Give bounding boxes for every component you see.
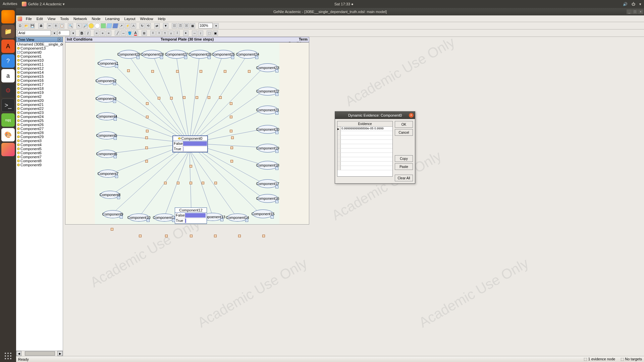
a3-icon[interactable]: ⫯ <box>162 31 168 36</box>
menu-learning[interactable]: Learning <box>103 17 122 21</box>
tree-root[interactable]: Unnamed (30BE__single_dependan <box>16 42 63 46</box>
clear-all-button[interactable]: Clear All <box>395 175 413 181</box>
tool-a-icon[interactable]: ☷ <box>172 23 177 28</box>
node-component10[interactable]: Component10✓ <box>128 214 149 222</box>
amazon-icon[interactable]: a <box>1 69 15 82</box>
node-component5[interactable]: Component5✓ <box>97 131 116 139</box>
menu-view[interactable]: View <box>45 17 58 21</box>
node-component4[interactable]: Component4✓ <box>97 112 116 120</box>
cancel-button[interactable]: Cancel <box>395 129 413 136</box>
font-dropdown-icon[interactable]: ▾ <box>52 31 57 36</box>
node-component9[interactable]: Component9✓ <box>103 210 122 218</box>
tree-item[interactable]: Component20 <box>16 99 63 103</box>
tree-item[interactable]: Component1 <box>16 54 63 58</box>
dropdown-icon[interactable]: ▾ <box>639 2 641 6</box>
tree-item[interactable]: Component10 <box>16 58 63 62</box>
power-icon[interactable]: ⏻ <box>632 2 635 6</box>
bring-front-icon[interactable]: ▣ <box>213 31 218 36</box>
menu-node[interactable]: Node <box>89 17 103 21</box>
a4-icon[interactable]: ⫰ <box>168 31 174 36</box>
det-node-icon[interactable] <box>95 23 100 28</box>
zoom-dropdown-icon[interactable]: ▾ <box>213 23 219 28</box>
node-component29[interactable]: Component29✓ <box>118 50 139 59</box>
tree-item[interactable]: Component0 <box>16 50 63 54</box>
copy-icon[interactable]: ⎘ <box>53 23 58 28</box>
gcolor-icon[interactable]: 🎨 <box>1 128 15 141</box>
find-icon[interactable]: 🔍 <box>68 23 73 28</box>
copy-button[interactable]: Copy <box>395 155 413 162</box>
tree-item[interactable]: Component17 <box>16 82 63 86</box>
tree-item[interactable]: Component2 <box>16 95 63 99</box>
a5-icon[interactable]: ⫱ <box>174 31 180 36</box>
tree-item[interactable]: Component12 <box>16 66 63 70</box>
sound-icon[interactable]: 🔊 <box>623 2 628 6</box>
node-component26[interactable]: Component26✓ <box>190 50 210 59</box>
font-select[interactable] <box>17 30 51 36</box>
node-component7[interactable]: Component7✓ <box>98 170 118 178</box>
node-component23[interactable]: Component23✓ <box>257 63 278 72</box>
help-icon[interactable]: ? <box>1 54 15 68</box>
node-component14[interactable]: Component14✓ <box>227 214 248 222</box>
node-component20[interactable]: Component20✓ <box>257 125 278 134</box>
menu-network[interactable]: Network <box>71 17 89 21</box>
tree-list[interactable]: Unnamed (30BE__single_dependan Compoenen… <box>16 42 63 351</box>
node-component0[interactable]: Component0 False True <box>173 136 208 152</box>
a2-icon[interactable]: ⫲ <box>156 31 162 36</box>
align-center-icon[interactable]: ≡ <box>100 31 105 36</box>
invalidate-icon[interactable]: ⟲ <box>146 23 151 28</box>
menu-file[interactable]: File <box>23 17 34 21</box>
row-header[interactable]: ▸ <box>337 127 341 131</box>
italic-icon[interactable]: I <box>85 31 91 36</box>
activities-button[interactable]: Activities <box>3 2 17 6</box>
evidence-grid[interactable]: Evidence ▸0.99999999998899e-05 0.9999 <box>337 121 393 177</box>
node-component27[interactable]: Component27✓ <box>166 50 187 59</box>
tree-hscroll[interactable]: ◀▶ <box>16 351 63 356</box>
funnel-icon[interactable]: ▼ <box>163 23 168 28</box>
chance-node-icon[interactable] <box>89 23 94 28</box>
tree-item[interactable]: Component14 <box>16 70 63 74</box>
tool-d-icon[interactable]: ▦ <box>190 23 195 28</box>
new-icon[interactable]: 🗋 <box>17 23 23 28</box>
tool-c-icon[interactable]: ☵ <box>184 23 189 28</box>
apps-grid-icon[interactable] <box>5 353 11 359</box>
node-component8[interactable]: Component8✓ <box>100 191 120 199</box>
node-component12[interactable]: Component12 False True <box>175 207 207 224</box>
tree-item[interactable]: Component6 <box>16 151 63 155</box>
tree-item[interactable]: Component7 <box>16 155 63 159</box>
node-component2[interactable]: Component2✓ <box>96 77 116 85</box>
send-back-icon[interactable]: ⬚ <box>207 31 212 36</box>
tree-item[interactable]: Component26 <box>16 123 63 127</box>
menu-layout[interactable]: Layout <box>122 17 138 21</box>
tool-b-icon[interactable]: ☶ <box>178 23 183 28</box>
tree-item[interactable]: Component3 <box>16 139 63 143</box>
paste-button[interactable]: Paste <box>395 163 413 170</box>
zoom-input[interactable] <box>199 23 213 28</box>
node-component21[interactable]: Component21✓ <box>257 106 278 114</box>
utility-node-icon[interactable] <box>106 23 113 28</box>
menu-edit[interactable]: Edit <box>34 17 45 21</box>
tree-item[interactable]: Component16 <box>16 78 63 82</box>
nqq-icon[interactable]: nqq <box>1 113 15 127</box>
node-component22[interactable]: Component22✓ <box>257 87 278 96</box>
tree-item[interactable]: Component8 <box>16 159 63 163</box>
dist-h-icon[interactable]: ↔ <box>192 31 197 36</box>
app-menu[interactable]: GeNIe 2.4 Academic ▾ <box>22 2 65 6</box>
node-component19[interactable]: Component19✓ <box>257 144 278 153</box>
menu-window[interactable]: Window <box>138 17 156 21</box>
files-icon[interactable]: 📁 <box>1 25 15 38</box>
tree-item[interactable]: Component21 <box>16 103 63 107</box>
print-icon[interactable]: 🖶 <box>38 23 44 28</box>
zoom-tool-icon[interactable]: 🔎 <box>83 23 88 28</box>
font-color-icon[interactable]: A <box>133 31 138 36</box>
text-icon[interactable]: A <box>131 23 136 28</box>
terminal-icon[interactable]: >_ <box>1 99 15 112</box>
line-icon[interactable]: ╱ <box>115 31 120 36</box>
tree-item[interactable]: Component11 <box>16 62 63 66</box>
firefox-icon[interactable] <box>1 10 15 23</box>
tree-item[interactable]: Component4 <box>16 143 63 147</box>
decision-node-icon[interactable] <box>101 23 106 28</box>
tree-item[interactable]: Component29 <box>16 135 63 139</box>
size-dropdown-icon[interactable]: ▾ <box>70 31 76 36</box>
tree-item[interactable]: Component19 <box>16 90 63 95</box>
lightning-icon[interactable]: ⚡ <box>125 23 130 28</box>
